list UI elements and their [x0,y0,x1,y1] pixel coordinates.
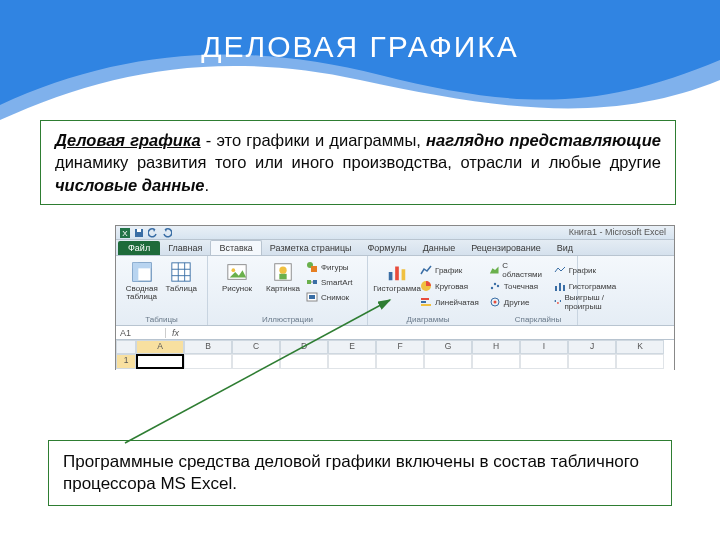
tab-home[interactable]: Главная [160,241,210,255]
excel-logo-icon: X [120,228,130,238]
picture-icon [226,261,248,283]
note-text: Программные средства деловой графики вкл… [63,452,639,493]
definition-box: Деловая графика - это графики и диаграмм… [40,120,676,205]
svg-rect-41 [560,300,561,302]
svg-point-29 [494,283,496,285]
line-chart-icon [420,264,432,276]
tab-data[interactable]: Данные [415,241,464,255]
smartart-button[interactable]: SmartArt [306,276,353,288]
svg-rect-16 [279,274,286,280]
cell[interactable] [424,354,472,369]
svg-rect-18 [311,266,317,272]
winloss-icon [554,296,562,308]
svg-point-15 [279,267,286,274]
svg-rect-39 [554,300,555,302]
definition-emphasis-2: числовые данные [55,176,204,194]
note-box: Программные средства деловой графики вкл… [48,440,672,506]
spark-col-button[interactable]: Гистограмма [554,280,617,292]
cell[interactable] [616,354,664,369]
smartart-icon [306,276,318,288]
scatter-chart-button[interactable]: Точечная [489,280,544,292]
svg-rect-6 [133,263,139,281]
sparkline-icon [554,264,566,276]
clipart-icon [272,261,294,283]
svg-point-30 [497,285,499,287]
svg-rect-35 [421,301,426,303]
shapes-icon [306,261,318,273]
col-header[interactable]: K [616,340,664,354]
svg-rect-26 [402,269,406,280]
cell[interactable] [520,354,568,369]
svg-rect-36 [421,304,431,306]
definition-term: Деловая графика [55,131,201,149]
svg-rect-19 [307,280,311,284]
slide-title: ДЕЛОВАЯ ГРАФИКА [0,30,720,64]
col-header[interactable]: G [424,340,472,354]
svg-point-38 [493,301,496,304]
svg-rect-32 [559,283,561,291]
col-header[interactable]: H [472,340,520,354]
arrow-annotation [115,295,400,445]
cell[interactable] [472,354,520,369]
spark-winloss-button[interactable]: Выигрыш / проигрыш [554,293,617,311]
tab-page-layout[interactable]: Разметка страницы [262,241,360,255]
svg-rect-33 [563,285,565,291]
tab-view[interactable]: Вид [549,241,581,255]
svg-rect-40 [557,302,558,304]
ribbon-tabs: Файл Главная Вставка Разметка страницы Ф… [116,240,674,256]
svg-rect-34 [421,298,429,300]
bar-chart-button[interactable]: Линейчатая [420,293,479,311]
svg-rect-20 [313,280,317,284]
svg-point-13 [232,268,236,272]
svg-point-28 [491,287,493,289]
col-header[interactable]: I [520,340,568,354]
column-chart-icon [386,261,408,283]
tab-insert[interactable]: Вставка [210,240,261,255]
pie-chart-icon [420,280,432,292]
line-chart-button[interactable]: График [420,261,479,279]
redo-icon [162,228,172,238]
area-chart-button[interactable]: С областями [489,261,544,279]
svg-rect-25 [395,267,399,281]
spark-line-button[interactable]: График [554,261,617,279]
definition-emphasis-1: наглядно представляющие [426,131,661,149]
tab-formulas[interactable]: Формулы [360,241,415,255]
table-icon [170,261,192,283]
cell[interactable] [568,354,616,369]
shapes-button[interactable]: Фигуры [306,261,353,273]
wave-background [0,0,720,130]
undo-icon [148,228,158,238]
area-chart-icon [489,264,499,276]
svg-line-42 [125,300,390,443]
col-header[interactable]: J [568,340,616,354]
excel-titlebar: X Книга1 - Microsoft Excel [116,226,674,240]
other-chart-button[interactable]: Другие [489,293,544,311]
excel-window-title: Книга1 - Microsoft Excel [569,227,666,237]
sparkcol-icon [554,280,566,292]
scatter-chart-icon [489,280,501,292]
tab-file[interactable]: Файл [118,241,160,255]
other-chart-icon [489,296,501,308]
tab-review[interactable]: Рецензирование [463,241,549,255]
svg-rect-24 [389,272,393,280]
save-icon [134,228,144,238]
svg-text:X: X [122,229,128,238]
svg-rect-7 [172,263,190,281]
pivot-table-icon [131,261,153,283]
svg-rect-31 [555,286,557,291]
pie-chart-button[interactable]: Круговая [420,280,479,292]
bar-chart-icon [420,296,432,308]
svg-rect-3 [137,229,141,232]
